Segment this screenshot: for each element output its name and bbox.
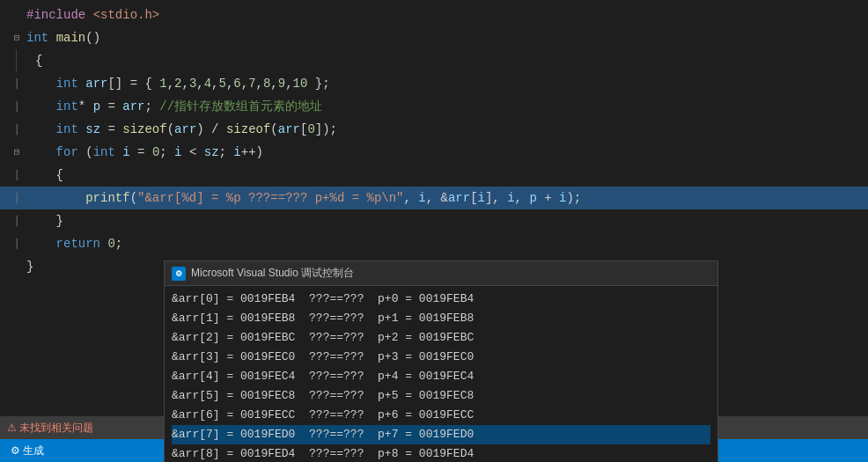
gutter-10: │	[7, 209, 26, 232]
gutter-4: │	[7, 72, 26, 95]
gutter-6: │	[7, 118, 26, 141]
code-lines: #include <stdio.h> ⊟ int main() { │ int …	[0, 0, 868, 282]
debug-output-6: &arr[6] = 0019FECC ???==??? p+6 = 0019FE…	[172, 406, 710, 425]
code-line-1: #include <stdio.h>	[0, 4, 868, 26]
debug-console: ⚙ Microsoft Visual Studio 调试控制台 &arr[0] …	[164, 260, 718, 462]
debug-console-header: ⚙ Microsoft Visual Studio 调试控制台	[165, 261, 717, 286]
code-line-3: {	[0, 49, 868, 72]
code-line-11: │ return 0;	[0, 232, 868, 255]
debug-console-body: &arr[0] = 0019FEB4 ???==??? p+0 = 0019FE…	[165, 286, 717, 462]
debug-output-8: &arr[8] = 0019FED4 ???==??? p+8 = 0019FE…	[172, 444, 710, 462]
vs-icon: ⚙	[172, 267, 186, 281]
debug-output-7: &arr[7] = 0019FED0 ???==??? p+7 = 0019FE…	[172, 425, 710, 444]
gutter-3	[16, 49, 35, 72]
debug-output-5: &arr[5] = 0019FEC8 ???==??? p+5 = 0019FE…	[172, 386, 710, 406]
code-line-2: ⊟ int main()	[0, 26, 868, 49]
code-line-4: │ int arr[] = { 1,2,3,4,5,6,7,8,9,10 };	[0, 72, 868, 95]
gutter-9: │	[7, 187, 26, 209]
code-line-9: │ printf("&arr[%d] = %p ???==??? p+%d = …	[0, 187, 868, 209]
gutter-5: │	[7, 95, 26, 118]
debug-output-2: &arr[2] = 0019FEBC ???==??? p+2 = 0019FE…	[172, 328, 710, 348]
gutter-7[interactable]: ⊟	[7, 141, 26, 164]
status-error-text: ⚠ 未找到相关问题	[7, 421, 93, 436]
gutter-2[interactable]: ⊟	[7, 26, 26, 49]
debug-output-0: &arr[0] = 0019FEB4 ???==??? p+0 = 0019FE…	[172, 290, 710, 309]
debug-output-4: &arr[4] = 0019FEC4 ???==??? p+4 = 0019FE…	[172, 367, 710, 386]
debug-output-3: &arr[3] = 0019FEC0 ???==??? p+3 = 0019FE…	[172, 348, 710, 367]
code-line-7: ⊟ for (int i = 0; i < sz; i++)	[0, 141, 868, 164]
code-line-8: │ {	[0, 164, 868, 187]
code-line-6: │ int sz = sizeof(arr) / sizeof(arr[0]);	[0, 118, 868, 141]
gutter-8: │	[7, 164, 26, 187]
status-build-text: ⚙ 生成	[11, 444, 44, 458]
gutter-1	[7, 4, 26, 26]
gutter-12	[7, 255, 26, 278]
debug-output-1: &arr[1] = 0019FEB8 ???==??? p+1 = 0019FE…	[172, 309, 710, 328]
debug-console-title: Microsoft Visual Studio 调试控制台	[191, 266, 354, 281]
gutter-11: │	[7, 232, 26, 255]
code-line-5: │ int* p = arr; //指针存放数组首元素的地址	[0, 95, 868, 118]
code-line-10: │ }	[0, 209, 868, 232]
